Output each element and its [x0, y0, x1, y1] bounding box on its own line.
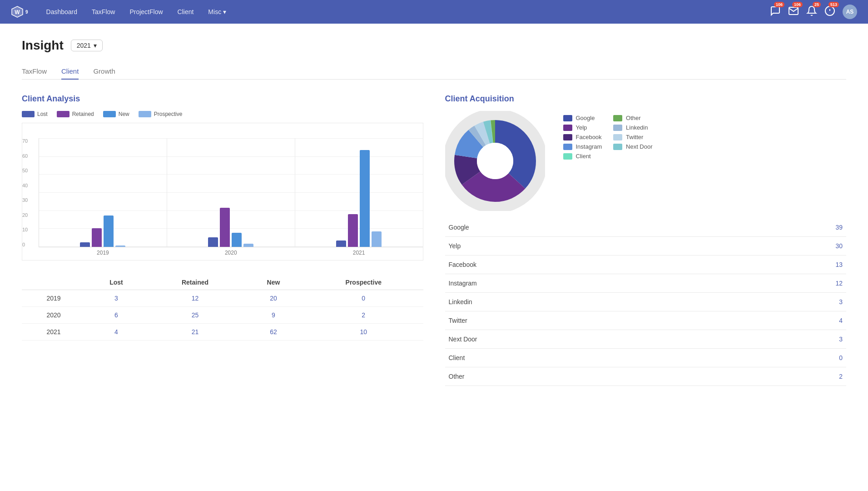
bar-2020-lost	[208, 237, 218, 247]
acquisition-row: Google39	[445, 218, 847, 237]
acq-value: 13	[732, 256, 846, 274]
tab-client[interactable]: Client	[61, 64, 79, 80]
row-retained-2021: 21	[147, 324, 243, 341]
acq-value: 3	[732, 293, 846, 311]
legend-retained: Retained	[57, 111, 94, 117]
acq-label: Twitter	[445, 311, 732, 330]
row-retained-2020: 25	[147, 307, 243, 324]
col-header-new: New	[243, 275, 304, 290]
bar-2020-prospective	[243, 244, 253, 247]
col-header-prospective: Prospective	[304, 275, 423, 290]
bell-button[interactable]: 25	[806, 5, 817, 18]
year-value: 2021	[77, 42, 91, 49]
row-year-2021: 2021	[22, 324, 85, 341]
year-label-2019: 2019	[97, 250, 109, 256]
row-retained-2019: 12	[147, 290, 243, 307]
bar-2021-new	[360, 150, 370, 247]
message-button[interactable]: 106	[788, 5, 799, 18]
tab-taxflow[interactable]: TaxFlow	[22, 64, 47, 80]
acq-value: 4	[732, 311, 846, 330]
table-row: 2019 3 12 20 0	[22, 290, 423, 307]
logo[interactable]: W 9	[11, 5, 28, 18]
svg-point-15	[477, 143, 513, 179]
legend-instagram: Instagram	[563, 143, 603, 150]
bar-2020-new	[232, 233, 242, 247]
year-label-2020: 2020	[225, 250, 237, 256]
row-new-2019: 20	[243, 290, 304, 307]
bar-group-2019: 2019	[39, 215, 167, 247]
page-header: Insight 2021 ▾	[22, 38, 846, 53]
logo-sup: 9	[25, 10, 28, 15]
nav-misc[interactable]: Misc ▾	[208, 8, 226, 15]
acquisition-table: Google39Yelp30Facebook13Instagram12Linke…	[445, 218, 847, 386]
client-acquisition-title: Client Acquisition	[445, 94, 847, 104]
bar-2019-lost	[80, 242, 90, 247]
navbar: W 9 Dashboard TaxFlow ProjectFlow Client…	[0, 0, 868, 24]
avatar[interactable]: AS	[843, 5, 857, 19]
acquisition-row: Other2	[445, 367, 847, 386]
chart-area: 2019 2020	[39, 138, 423, 247]
bar-chart-container: 010203040506070	[22, 123, 423, 261]
navbar-right: 106 106 25 513 AS	[770, 5, 857, 19]
table-row: 2020 6 25 9 2	[22, 307, 423, 324]
bar-2020-retained	[220, 208, 230, 247]
acquisition-row: Linkedin3	[445, 293, 847, 311]
nav-taxflow[interactable]: TaxFlow	[92, 8, 115, 15]
page: Insight 2021 ▾ TaxFlow Client Growth Cli…	[0, 24, 868, 491]
acquisition-row: Twitter4	[445, 311, 847, 330]
col-header-year	[22, 275, 85, 290]
chat-button[interactable]: 106	[770, 5, 781, 18]
alert-button[interactable]: 513	[824, 5, 835, 18]
tab-growth[interactable]: Growth	[93, 64, 115, 80]
legend-other: Other	[613, 115, 653, 121]
nav-dashboard[interactable]: Dashboard	[46, 8, 78, 15]
acq-value: 30	[732, 237, 846, 256]
row-lost-2020: 6	[85, 307, 147, 324]
client-analysis-table: Lost Retained New Prospective 2019 3 12 …	[22, 275, 423, 341]
bar-2021-retained	[348, 214, 358, 247]
nav-client[interactable]: Client	[178, 8, 194, 15]
acq-label: Facebook	[445, 256, 732, 274]
col-header-lost: Lost	[85, 275, 147, 290]
acq-label: Client	[445, 349, 732, 367]
acq-value: 12	[732, 274, 846, 293]
acquisition-row: Instagram12	[445, 274, 847, 293]
nav-projectflow[interactable]: ProjectFlow	[129, 8, 163, 15]
bell-badge: 25	[813, 2, 821, 7]
acq-value: 3	[732, 330, 846, 349]
row-new-2021: 62	[243, 324, 304, 341]
acq-value: 0	[732, 349, 846, 367]
acquisition-row: Yelp30	[445, 237, 847, 256]
row-year-2020: 2020	[22, 307, 85, 324]
legend-prospective: Prospective	[139, 111, 183, 117]
row-prospective-2021: 10	[304, 324, 423, 341]
table-row: 2021 4 21 62 10	[22, 324, 423, 341]
acq-label: Next Door	[445, 330, 732, 349]
bar-2019-new	[104, 215, 114, 247]
bar-2021-prospective	[372, 231, 382, 247]
legend-google: Google	[563, 115, 603, 121]
acq-label: Yelp	[445, 237, 732, 256]
row-lost-2021: 4	[85, 324, 147, 341]
message-badge: 106	[792, 2, 803, 7]
col-header-retained: Retained	[147, 275, 243, 290]
acq-label: Linkedin	[445, 293, 732, 311]
acq-label: Instagram	[445, 274, 732, 293]
legend-nextdoor: Next Door	[613, 143, 653, 150]
chat-badge: 106	[774, 2, 784, 7]
donut-legend-row: Google Other Yelp Other Linkedin	[445, 111, 847, 211]
page-title: Insight	[22, 38, 64, 53]
year-selector[interactable]: 2021 ▾	[71, 40, 103, 51]
row-prospective-2019: 0	[304, 290, 423, 307]
acquisition-row: Facebook13	[445, 256, 847, 274]
year-label-2021: 2021	[353, 250, 365, 256]
client-analysis-title: Client Analysis	[22, 94, 423, 104]
svg-text:W: W	[15, 9, 20, 15]
legend-lost: Lost	[22, 111, 48, 117]
chevron-down-icon: ▾	[94, 42, 97, 49]
bar-2021-lost	[336, 240, 346, 247]
bar-2019-prospective	[115, 246, 125, 247]
content-grid: Client Analysis Lost Retained New Pros	[22, 94, 846, 386]
client-acquisition-section: Client Acquisition	[445, 94, 847, 386]
row-lost-2019: 3	[85, 290, 147, 307]
